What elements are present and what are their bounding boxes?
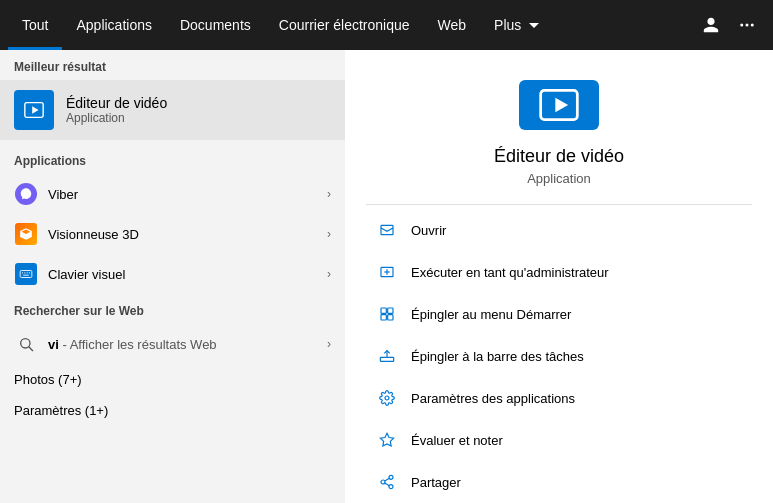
svg-rect-22 <box>381 315 386 320</box>
svg-point-3 <box>751 24 754 27</box>
user-icon-button[interactable] <box>693 7 729 43</box>
search-icon <box>14 332 38 356</box>
settings-label: Paramètres des applications <box>411 391 575 406</box>
svg-line-32 <box>385 478 390 481</box>
3d-viewer-chevron: › <box>327 227 331 241</box>
svg-point-2 <box>746 24 749 27</box>
keyboard-chevron: › <box>327 267 331 281</box>
user-icon <box>702 16 720 34</box>
tab-tout[interactable]: Tout <box>8 0 62 50</box>
admin-label: Exécuter en tant qu'administrateur <box>411 265 609 280</box>
best-result-type: Application <box>66 111 167 125</box>
tab-applications[interactable]: Applications <box>62 0 166 50</box>
open-label: Ouvrir <box>411 223 446 238</box>
svg-point-28 <box>389 475 393 479</box>
more-options-button[interactable] <box>729 7 765 43</box>
action-share[interactable]: Partager <box>365 461 753 503</box>
best-result-item[interactable]: Éditeur de vidéo Application <box>0 80 345 140</box>
action-rate[interactable]: Évaluer et noter <box>365 419 753 461</box>
app-hero-name: Éditeur de vidéo <box>494 146 624 167</box>
web-suffix: - Afficher les résultats Web <box>59 337 217 352</box>
list-item-3d-viewer[interactable]: Visionneuse 3D › <box>0 214 345 254</box>
svg-point-1 <box>740 24 743 27</box>
tab-web[interactable]: Web <box>424 0 481 50</box>
svg-rect-6 <box>20 271 32 278</box>
action-pin-start[interactable]: Épingler au menu Démarrer <box>365 293 753 335</box>
list-item-viber[interactable]: Viber › <box>0 174 345 214</box>
list-item-keyboard[interactable]: Clavier visuel › <box>0 254 345 294</box>
3d-viewer-icon <box>14 222 38 246</box>
left-panel: Meilleur résultat Éditeur de vidéo Appli… <box>0 50 345 503</box>
3d-viewer-label: Visionneuse 3D <box>48 227 327 242</box>
ellipsis-icon <box>738 16 756 34</box>
video-editor-icon <box>14 90 54 130</box>
web-search-item[interactable]: vi - Afficher les résultats Web › <box>0 324 345 364</box>
svg-rect-23 <box>388 315 393 320</box>
app-hero-type: Application <box>527 171 591 186</box>
rate-icon <box>375 428 399 452</box>
action-settings[interactable]: Paramètres des applications <box>365 377 753 419</box>
action-open[interactable]: Ouvrir <box>365 209 753 251</box>
keyboard-label: Clavier visuel <box>48 267 327 282</box>
action-list: Ouvrir Exécuter en tant qu'administrateu… <box>345 209 773 503</box>
top-navigation: Tout Applications Documents Courrier éle… <box>0 0 773 50</box>
apps-section-title: Applications <box>0 144 345 174</box>
viber-chevron: › <box>327 187 331 201</box>
web-section-title: Rechercher sur le Web <box>0 294 345 324</box>
viber-icon <box>14 182 38 206</box>
svg-marker-5 <box>32 106 38 113</box>
svg-rect-20 <box>381 308 386 313</box>
best-result-section-title: Meilleur résultat <box>0 50 345 80</box>
params-link[interactable]: Paramètres (1+) <box>0 395 345 426</box>
viber-label: Viber <box>48 187 327 202</box>
svg-marker-0 <box>529 23 539 28</box>
svg-point-30 <box>389 485 393 489</box>
share-icon <box>375 470 399 494</box>
svg-marker-15 <box>555 98 568 113</box>
svg-marker-27 <box>380 433 393 446</box>
svg-point-29 <box>381 480 385 484</box>
action-pin-taskbar[interactable]: Épingler à la barre des tâches <box>365 335 753 377</box>
web-query: vi <box>48 337 59 352</box>
web-search-chevron: › <box>327 337 331 351</box>
chevron-down-icon <box>529 20 539 30</box>
right-panel: Éditeur de vidéo Application Ouvrir <box>345 50 773 503</box>
share-label: Partager <box>411 475 461 490</box>
svg-rect-16 <box>381 225 393 234</box>
open-icon <box>375 218 399 242</box>
photos-link[interactable]: Photos (7+) <box>0 364 345 395</box>
pin-taskbar-icon <box>375 344 399 368</box>
settings-icon <box>375 386 399 410</box>
tab-plus[interactable]: Plus <box>480 0 553 50</box>
pin-start-icon <box>375 302 399 326</box>
main-content: Meilleur résultat Éditeur de vidéo Appli… <box>0 50 773 503</box>
app-hero-icon <box>519 80 599 130</box>
action-divider <box>366 204 751 205</box>
svg-line-13 <box>29 347 33 351</box>
action-admin[interactable]: Exécuter en tant qu'administrateur <box>365 251 753 293</box>
svg-line-31 <box>385 483 390 486</box>
tab-documents[interactable]: Documents <box>166 0 265 50</box>
svg-rect-21 <box>388 308 393 313</box>
keyboard-icon <box>14 262 38 286</box>
svg-point-26 <box>385 396 389 400</box>
best-result-name: Éditeur de vidéo <box>66 95 167 111</box>
svg-rect-24 <box>380 357 393 361</box>
admin-icon <box>375 260 399 284</box>
tab-courrier[interactable]: Courrier électronique <box>265 0 424 50</box>
pin-start-label: Épingler au menu Démarrer <box>411 307 571 322</box>
pin-taskbar-label: Épingler à la barre des tâches <box>411 349 584 364</box>
rate-label: Évaluer et noter <box>411 433 503 448</box>
